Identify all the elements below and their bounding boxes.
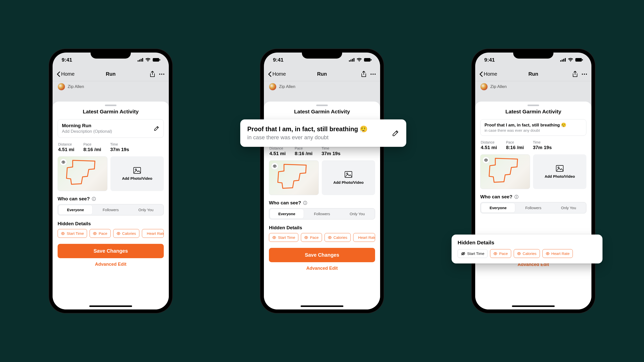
visibility-segmented[interactable]: Everyone Followers Only You xyxy=(480,202,586,213)
svg-rect-40 xyxy=(563,59,564,62)
svg-point-55 xyxy=(495,253,496,254)
seg-only-you[interactable]: Only You xyxy=(551,203,586,212)
share-icon[interactable] xyxy=(361,71,367,77)
back-button[interactable]: Home xyxy=(479,71,515,77)
home-indicator[interactable] xyxy=(301,305,343,307)
visibility-segmented[interactable]: Everyone Followers Only You xyxy=(58,204,164,215)
svg-point-30 xyxy=(347,173,348,174)
seg-only-you[interactable]: Only You xyxy=(340,209,375,218)
visibility-segmented[interactable]: Everyone Followers Only You xyxy=(269,208,375,219)
more-icon[interactable] xyxy=(159,73,165,75)
svg-point-9 xyxy=(63,162,64,163)
svg-rect-43 xyxy=(582,59,583,61)
edit-icon[interactable] xyxy=(153,125,159,131)
chip-heart-rate[interactable]: Heart Rate xyxy=(542,249,573,258)
svg-point-26 xyxy=(373,73,374,74)
activity-title-card-expanded[interactable]: Proof that I am, in fact, still breathin… xyxy=(240,119,406,147)
svg-rect-19 xyxy=(349,60,350,62)
add-media-button[interactable]: Add Photo/Video xyxy=(110,156,164,191)
svg-point-34 xyxy=(274,237,275,238)
svg-rect-14 xyxy=(94,199,94,200)
user-row: Zip Allen xyxy=(264,81,380,92)
visibility-toggle[interactable] xyxy=(60,159,67,166)
activity-description: in case there was ever any doubt xyxy=(485,128,582,132)
stat-distance: Distance4.51 mi xyxy=(58,142,74,152)
seg-everyone[interactable]: Everyone xyxy=(481,203,515,212)
chip-pace[interactable]: Pace xyxy=(490,249,511,258)
edit-icon[interactable] xyxy=(392,129,399,137)
chip-pace[interactable]: Pace xyxy=(301,233,322,242)
svg-point-27 xyxy=(375,73,376,74)
add-media-button[interactable]: Add Photo/Video xyxy=(533,154,586,189)
chip-start-time[interactable]: Start Time xyxy=(58,229,87,238)
svg-rect-21 xyxy=(352,59,353,62)
seg-everyone[interactable]: Everyone xyxy=(270,209,304,218)
chevron-left-icon xyxy=(57,71,60,77)
add-media-button[interactable]: Add Photo/Video xyxy=(322,160,375,195)
share-icon[interactable] xyxy=(572,71,578,77)
svg-point-35 xyxy=(306,237,307,238)
activity-title-card[interactable]: Morning Run Add Description (Optional) xyxy=(58,119,164,138)
notch xyxy=(91,49,131,59)
add-media-label: Add Photo/Video xyxy=(122,176,152,180)
svg-point-6 xyxy=(159,73,160,74)
chip-heart-rate[interactable]: Heart Rate xyxy=(353,233,375,242)
nav-bar: Home Run xyxy=(475,67,591,81)
sheet-grabber[interactable] xyxy=(105,105,116,106)
hidden-details-chips: Start Time Pace Calories Heart Rate xyxy=(58,229,164,238)
seg-followers[interactable]: Followers xyxy=(304,209,340,218)
eye-off-icon xyxy=(461,252,465,255)
svg-rect-38 xyxy=(560,60,561,62)
home-indicator[interactable] xyxy=(512,305,555,307)
chip-start-time[interactable]: Start Time xyxy=(269,233,298,242)
advanced-edit-link[interactable]: Advanced Edit xyxy=(269,266,375,271)
user-name: Zip Allen xyxy=(68,84,84,89)
seg-followers[interactable]: Followers xyxy=(93,205,128,214)
svg-point-13 xyxy=(94,198,94,198)
activity-title-card[interactable]: Proof that I am, in fact, still breathin… xyxy=(480,119,586,136)
nav-title: Run xyxy=(304,71,340,77)
info-icon[interactable] xyxy=(514,195,518,199)
visibility-label: Who can see? xyxy=(58,196,164,202)
svg-point-44 xyxy=(582,73,583,74)
map-thumbnail[interactable] xyxy=(480,154,530,189)
chip-calories[interactable]: Calories xyxy=(325,233,351,242)
back-button[interactable]: Home xyxy=(57,71,93,77)
seg-everyone[interactable]: Everyone xyxy=(59,205,92,214)
sheet-grabber[interactable] xyxy=(316,105,328,106)
chip-calories[interactable]: Calories xyxy=(514,249,540,258)
chip-pace[interactable]: Pace xyxy=(90,229,110,238)
chip-heart-rate[interactable]: Heart Rate xyxy=(142,229,164,238)
map-thumbnail[interactable] xyxy=(58,156,107,191)
chip-calories[interactable]: Calories xyxy=(113,229,139,238)
more-icon[interactable] xyxy=(581,73,587,75)
share-icon[interactable] xyxy=(150,71,155,77)
svg-rect-0 xyxy=(138,60,139,62)
info-icon[interactable] xyxy=(92,197,96,201)
svg-point-36 xyxy=(329,237,330,238)
visibility-toggle[interactable] xyxy=(482,157,490,164)
svg-point-25 xyxy=(371,73,372,74)
activity-title: Morning Run xyxy=(62,123,150,128)
eye-icon xyxy=(328,236,332,239)
hidden-details-label: Hidden Details xyxy=(458,240,596,246)
more-icon[interactable] xyxy=(370,73,376,75)
seg-only-you[interactable]: Only You xyxy=(128,205,164,214)
svg-rect-10 xyxy=(134,167,141,173)
save-button[interactable]: Save Changes xyxy=(58,244,164,258)
svg-rect-20 xyxy=(350,60,351,62)
svg-rect-23 xyxy=(364,58,371,62)
back-button[interactable]: Home xyxy=(268,71,304,77)
chip-start-time-selected[interactable]: Start Time xyxy=(458,249,488,258)
seg-followers[interactable]: Followers xyxy=(516,203,551,212)
eye-icon xyxy=(61,232,65,235)
map-thumbnail[interactable] xyxy=(269,160,319,195)
advanced-edit-link[interactable]: Advanced Edit xyxy=(58,262,164,267)
chevron-left-icon xyxy=(479,71,483,77)
info-icon[interactable] xyxy=(303,201,307,205)
save-button[interactable]: Save Changes xyxy=(269,248,375,262)
svg-point-8 xyxy=(163,73,164,74)
visibility-toggle[interactable] xyxy=(271,163,278,170)
sheet-grabber[interactable] xyxy=(528,105,539,106)
home-indicator[interactable] xyxy=(89,305,132,307)
